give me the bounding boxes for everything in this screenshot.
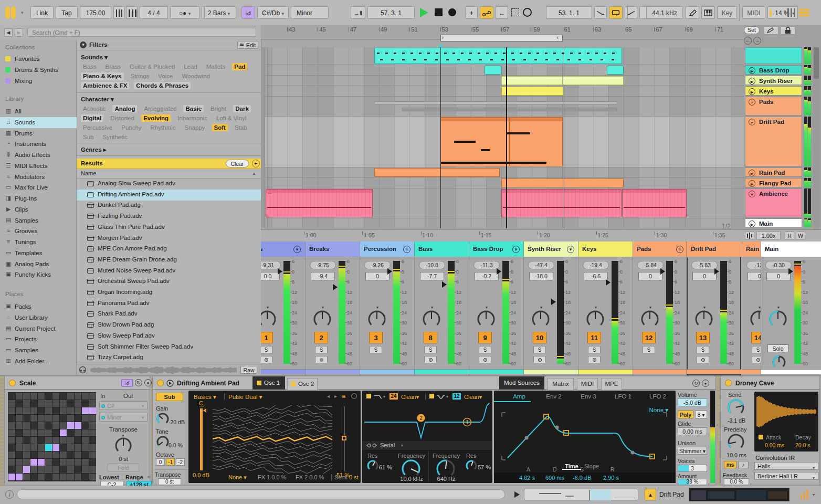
device-chain-thumbnail[interactable] bbox=[689, 488, 790, 501]
mixer-strip-pads[interactable]: Pads≡-5.840▼12S6061218243036424860 bbox=[633, 242, 687, 375]
scale-grid-cell[interactable] bbox=[60, 452, 67, 458]
scale-grid-cell[interactable] bbox=[16, 452, 23, 458]
scale-grid-cell[interactable] bbox=[8, 407, 15, 414]
scale-grid-cell[interactable] bbox=[45, 452, 52, 458]
peak-level-display[interactable]: -0.30 bbox=[765, 261, 792, 269]
clip[interactable] bbox=[501, 76, 563, 85]
scale-grid-cell[interactable] bbox=[82, 415, 89, 422]
volume-fader-handle[interactable] bbox=[278, 268, 282, 275]
octave-option--2[interactable]: -2 bbox=[176, 458, 185, 466]
scale-grid-cell[interactable] bbox=[60, 466, 67, 473]
filter-tag-basic[interactable]: Basic bbox=[183, 105, 204, 112]
track-number[interactable]: 10 bbox=[533, 332, 546, 343]
filter1-freq-value[interactable]: 10.0 kHz bbox=[397, 476, 426, 482]
volume-fader-handle[interactable] bbox=[333, 284, 338, 290]
sidebar-item-analog-pads[interactable]: ▣Analog Pads bbox=[0, 259, 77, 270]
volume-field[interactable]: -18.0 bbox=[529, 272, 553, 280]
pitch-mod-select[interactable]: None ▾ bbox=[228, 474, 252, 481]
sidebar-item-mixing[interactable]: Mixing bbox=[0, 76, 77, 87]
scale-grid-cell[interactable] bbox=[45, 437, 52, 444]
filter-tag-strings[interactable]: Strings bbox=[129, 72, 152, 80]
pencil-automation-button[interactable] bbox=[764, 26, 778, 35]
sidebar-item-samples[interactable]: ▭Samples bbox=[0, 345, 77, 356]
scale-grid-cell[interactable] bbox=[89, 429, 96, 436]
list-item[interactable]: Slow Sweep Pad.adv bbox=[77, 331, 261, 342]
scale-grid-cell[interactable] bbox=[8, 452, 15, 458]
scale-grid-cell[interactable] bbox=[82, 452, 89, 458]
filter-tag-woodwind[interactable]: Woodwind bbox=[180, 72, 212, 80]
track-lane[interactable] bbox=[265, 97, 744, 117]
filter1-toggle[interactable] bbox=[366, 394, 371, 398]
scale-grid[interactable] bbox=[8, 392, 96, 481]
voices-value[interactable]: 3 bbox=[678, 465, 707, 472]
sidebar-item-samples[interactable]: ▤Samples bbox=[0, 215, 77, 226]
sidebar-item-current-project[interactable]: ▤Current Project bbox=[0, 323, 77, 334]
mixer-strip-main[interactable]: Main-0.300▼Solo6061218243036424860 bbox=[761, 242, 821, 375]
octave-option-0[interactable]: 0 bbox=[156, 458, 165, 466]
scale-grid-cell[interactable] bbox=[38, 444, 45, 451]
track-lane[interactable] bbox=[265, 218, 744, 228]
scale-grid-cell[interactable] bbox=[89, 422, 96, 429]
filter1-slope[interactable]: 24 bbox=[390, 393, 398, 400]
track-number[interactable]: 1 bbox=[261, 332, 273, 343]
scale-grid-cell[interactable] bbox=[45, 444, 52, 451]
filter-tag-voice[interactable]: Voice bbox=[156, 72, 175, 80]
track-play-icon[interactable]: ▶ bbox=[749, 78, 755, 85]
scale-grid-cell[interactable] bbox=[75, 459, 81, 466]
scale-grid-cell[interactable] bbox=[60, 415, 67, 422]
mixer-track-title[interactable]: ms▼ bbox=[261, 242, 305, 257]
wavetable-name-select[interactable]: Pulse Dual ▾ bbox=[228, 393, 286, 400]
scale-grid-cell[interactable] bbox=[82, 400, 89, 407]
attack-value[interactable]: 0.00 ms bbox=[765, 442, 789, 448]
track-number[interactable]: 2 bbox=[314, 332, 328, 343]
loop-start-handle[interactable]: › bbox=[442, 35, 446, 41]
filter-tag-percussive[interactable]: Percussive bbox=[81, 124, 114, 131]
scale-grid-cell[interactable] bbox=[16, 459, 23, 466]
scale-grid-cell[interactable] bbox=[8, 437, 15, 444]
sidebar-item-packs[interactable]: ▣Packs bbox=[0, 301, 77, 312]
filters-collapse-icon[interactable]: ▼ bbox=[80, 41, 87, 48]
sidebar-item-all[interactable]: ▥All bbox=[0, 106, 77, 117]
scale-grid-cell[interactable] bbox=[30, 437, 37, 444]
solo-button[interactable]: S bbox=[315, 346, 328, 353]
scale-grid-cell[interactable] bbox=[67, 407, 74, 414]
scale-grid-cell[interactable] bbox=[67, 459, 74, 466]
scale-grid-cell[interactable] bbox=[75, 452, 81, 458]
scale-grid-cell[interactable] bbox=[82, 393, 89, 400]
scale-grid-cell[interactable] bbox=[38, 466, 45, 473]
mixer-strip-ms[interactable]: ms▼-9.310.0▼1S6061218243036424860 bbox=[261, 242, 304, 375]
scale-grid-cell[interactable] bbox=[75, 437, 81, 444]
root-note-select[interactable]: C#▾ bbox=[99, 401, 148, 410]
scale-grid-cell[interactable] bbox=[16, 466, 23, 473]
volume-field[interactable]: -0.2 bbox=[475, 272, 499, 280]
feedback-value[interactable]: 0.0 % bbox=[724, 478, 749, 485]
filter-tag-digital[interactable]: Digital bbox=[81, 114, 103, 122]
mixer-track-title[interactable]: Bass bbox=[415, 242, 469, 257]
preview-play-button[interactable] bbox=[514, 491, 520, 498]
track-header-drift-pad[interactable]: ▼Drift Pad bbox=[745, 117, 802, 166]
scale-grid-cell[interactable] bbox=[67, 474, 74, 480]
wavetable-category-select[interactable]: Basics ▾ bbox=[194, 393, 220, 400]
scale-grid-cell[interactable] bbox=[30, 474, 37, 480]
glide-value[interactable]: 0.00 ms bbox=[678, 427, 707, 435]
solo-cue-button[interactable]: Solo bbox=[767, 344, 788, 352]
clip[interactable] bbox=[501, 87, 564, 96]
filter-tag-evolving[interactable]: Evolving bbox=[141, 114, 171, 122]
track-header-pads[interactable]: ≡Pads bbox=[745, 97, 802, 116]
tab-mod-sources[interactable]: Mod Sources bbox=[499, 376, 544, 390]
fold-icon[interactable]: ▼ bbox=[749, 191, 755, 197]
scale-grid-cell[interactable] bbox=[23, 452, 30, 458]
scale-grid-cell[interactable] bbox=[23, 459, 30, 466]
sidebar-item-add-folder-[interactable]: ⊞Add Folder... bbox=[0, 356, 77, 367]
filter-tag-punchy[interactable]: Punchy bbox=[119, 124, 143, 131]
monitor-button[interactable] bbox=[533, 356, 546, 363]
search-input[interactable] bbox=[27, 28, 256, 37]
volume-fader-handle[interactable] bbox=[442, 281, 447, 288]
list-item[interactable]: Glass Thin Pure Pad.adv bbox=[77, 222, 261, 233]
scale-grid-cell[interactable] bbox=[38, 452, 45, 458]
zoom-height-button[interactable]: H bbox=[785, 232, 794, 240]
group-icon[interactable]: ≡ bbox=[403, 246, 410, 253]
track-play-icon[interactable]: ▶ bbox=[749, 67, 755, 74]
filter-tag-mallets[interactable]: Mallets bbox=[204, 63, 227, 70]
reverb-device-on-toggle[interactable] bbox=[725, 380, 732, 386]
